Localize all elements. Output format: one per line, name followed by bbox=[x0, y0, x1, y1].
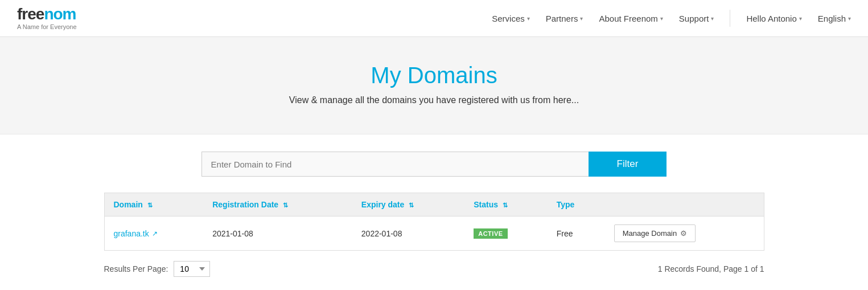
sort-icon[interactable]: ⇅ bbox=[503, 202, 508, 209]
chevron-down-icon: ▾ bbox=[711, 15, 714, 22]
type-cell: Free bbox=[548, 217, 605, 251]
records-info: 1 Records Found, Page 1 of 1 bbox=[658, 264, 764, 273]
hero-subtitle: View & manage all the domains you have r… bbox=[11, 95, 857, 105]
external-link-icon: ↗ bbox=[152, 230, 158, 238]
manage-domain-button[interactable]: Manage Domain ⚙ bbox=[614, 224, 696, 242]
nav-item-support[interactable]: Support ▾ bbox=[679, 14, 714, 23]
col-status: Status ⇅ bbox=[464, 193, 548, 217]
status-badge: ACTIVE bbox=[474, 228, 507, 239]
domain-link[interactable]: grafana.tk ↗ bbox=[114, 229, 195, 238]
sort-icon[interactable]: ⇅ bbox=[283, 202, 288, 209]
filter-button[interactable]: Filter bbox=[589, 152, 667, 177]
col-expiry-date: Expiry date ⇅ bbox=[352, 193, 464, 217]
table-header: Domain ⇅ Registration Date ⇅ Expiry date… bbox=[104, 193, 764, 217]
user-greeting: Hello Antonio bbox=[746, 14, 796, 23]
gear-icon: ⚙ bbox=[680, 229, 687, 238]
table-row: grafana.tk ↗ 2021-01-08 2022-01-08 ACTIV… bbox=[104, 217, 764, 251]
expiry-date-cell: 2022-01-08 bbox=[352, 217, 464, 251]
action-cell: Manage Domain ⚙ bbox=[605, 217, 764, 251]
col-action bbox=[605, 193, 764, 217]
logo-nom-text: nom bbox=[44, 5, 76, 23]
chevron-down-icon: ▾ bbox=[848, 15, 851, 22]
logo[interactable]: freenom A Name for Everyone bbox=[17, 6, 77, 30]
chevron-down-icon: ▾ bbox=[527, 15, 530, 22]
search-bar: Filter bbox=[104, 152, 764, 177]
chevron-down-icon: ▾ bbox=[580, 15, 583, 22]
logo-tagline: A Name for Everyone bbox=[17, 23, 77, 30]
status-cell: ACTIVE bbox=[464, 217, 548, 251]
reg-date-cell: 2021-01-08 bbox=[203, 217, 352, 251]
nav-item-language[interactable]: English ▾ bbox=[818, 14, 851, 23]
per-page-wrap: Results Per Page: 10 25 50 100 bbox=[104, 261, 211, 277]
sort-icon[interactable]: ⇅ bbox=[147, 202, 153, 209]
table-footer: Results Per Page: 10 25 50 100 1 Records… bbox=[104, 261, 764, 277]
hero-section: My Domains View & manage all the domains… bbox=[0, 37, 868, 134]
nav-item-about[interactable]: About Freenom ▾ bbox=[599, 14, 663, 23]
per-page-label: Results Per Page: bbox=[104, 264, 168, 273]
domain-name-cell: grafana.tk ↗ bbox=[104, 217, 203, 251]
sort-icon[interactable]: ⇅ bbox=[409, 202, 414, 209]
nav-item-user[interactable]: Hello Antonio ▾ bbox=[746, 14, 801, 23]
nav-item-partners[interactable]: Partners ▾ bbox=[546, 14, 583, 23]
chevron-down-icon: ▾ bbox=[660, 15, 663, 22]
table-body: grafana.tk ↗ 2021-01-08 2022-01-08 ACTIV… bbox=[104, 217, 764, 251]
chevron-down-icon: ▾ bbox=[799, 15, 802, 22]
main-content: Filter Domain ⇅ Registration Date ⇅ Expi… bbox=[93, 134, 776, 290]
col-type: Type bbox=[548, 193, 605, 217]
search-input[interactable] bbox=[201, 152, 589, 177]
col-reg-date: Registration Date ⇅ bbox=[203, 193, 352, 217]
logo-free-text: free bbox=[17, 5, 44, 23]
page-title: My Domains bbox=[11, 63, 857, 88]
per-page-select[interactable]: 10 25 50 100 bbox=[174, 261, 210, 277]
nav-item-services[interactable]: Services ▾ bbox=[492, 14, 530, 23]
domains-table: Domain ⇅ Registration Date ⇅ Expiry date… bbox=[104, 193, 764, 251]
navbar: freenom A Name for Everyone Services ▾ P… bbox=[0, 0, 868, 37]
col-domain: Domain ⇅ bbox=[104, 193, 203, 217]
nav-divider bbox=[730, 10, 730, 27]
nav-links: Services ▾ Partners ▾ About Freenom ▾ Su… bbox=[492, 10, 851, 27]
